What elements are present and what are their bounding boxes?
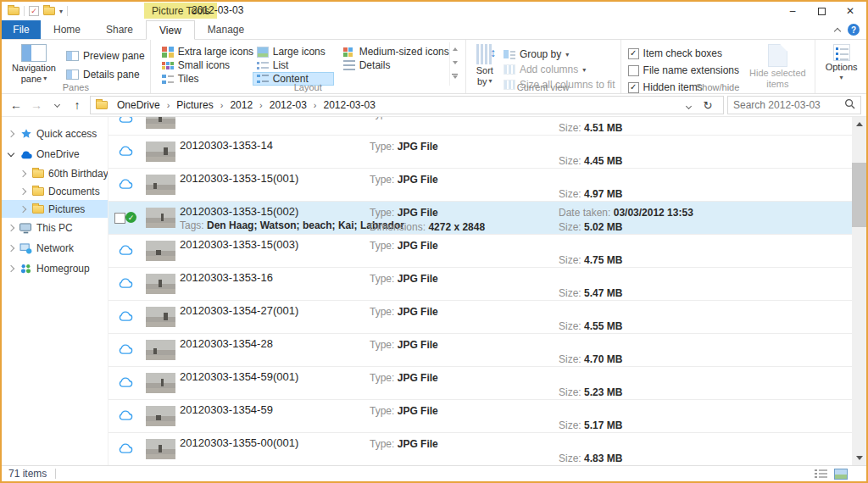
sidebar-item-60th-birthday[interactable]: 60th Birthday xyxy=(2,164,108,182)
triangle-down-icon xyxy=(453,61,458,64)
breadcrumb-item[interactable]: 2012-03-03 xyxy=(320,99,378,111)
file-size: Size: 4.51 MB xyxy=(559,121,622,136)
scroll-down-button[interactable] xyxy=(852,451,866,465)
qat-dropdown-caret-icon[interactable]: ▾ xyxy=(59,8,63,15)
thumbnail-view-toggle-icon[interactable] xyxy=(834,469,848,480)
breadcrumb-separator[interactable]: › xyxy=(217,100,227,110)
breadcrumb-item[interactable]: 2012 xyxy=(226,99,256,111)
options-button[interactable]: Options ▾ xyxy=(822,42,861,85)
file-row[interactable]: 20120303-1354-59(001)Type: JPG FileSize:… xyxy=(108,367,852,400)
chevron-down-icon[interactable] xyxy=(8,149,14,156)
layout-large-icons[interactable]: Large icons xyxy=(253,45,334,58)
layout-scroll-down-button[interactable] xyxy=(450,56,460,69)
sidebar-item-quick-access[interactable]: Quick access xyxy=(2,124,108,144)
breadcrumb-item[interactable]: OneDrive xyxy=(114,99,164,111)
file-row[interactable]: 20120303-1353-16Type: JPG FileSize: 5.47… xyxy=(108,268,852,301)
layout-gallery-scroll xyxy=(449,42,460,86)
scroll-up-button[interactable] xyxy=(852,117,866,131)
sidebar-item-pictures[interactable]: Pictures xyxy=(2,200,108,218)
breadcrumb: OneDrive›Pictures›2012›2012-03›2012-03-0… xyxy=(114,99,379,111)
file-row[interactable]: 20120303-1354-28Type: JPG FileSize: 4.70… xyxy=(108,334,852,367)
file-row[interactable]: 20120303-1354-59Type: JPG FileSize: 5.17… xyxy=(108,400,852,433)
file-dimensions: Dimensions: 4272 x 2848 xyxy=(370,220,485,235)
properties-check-icon[interactable]: ✓ xyxy=(29,6,39,16)
preview-pane-button[interactable]: Preview pane xyxy=(66,50,145,62)
search-input[interactable] xyxy=(733,99,844,111)
sidebar-item-label: Network xyxy=(36,242,74,254)
close-button[interactable]: ✕ xyxy=(836,2,865,20)
details-pane-button[interactable]: Details pane xyxy=(66,69,145,80)
layout-more-button[interactable] xyxy=(450,69,460,83)
layout-details[interactable]: Details xyxy=(339,58,448,72)
details-view-toggle-icon[interactable] xyxy=(815,469,827,479)
group-label-layout: Layout xyxy=(151,82,465,92)
chevron-right-icon[interactable] xyxy=(19,205,26,212)
search-box[interactable] xyxy=(727,96,861,114)
breadcrumb-separator[interactable]: › xyxy=(310,100,320,110)
refresh-icon[interactable]: ↻ xyxy=(699,99,716,112)
sidebar-item-this-pc[interactable]: This PC xyxy=(2,218,108,238)
chevron-right-icon[interactable] xyxy=(8,130,14,137)
item-check-boxes-checkbox[interactable]: ✓Item check boxes xyxy=(628,47,739,59)
file-thumbnail xyxy=(146,406,175,426)
scroll-thumb[interactable] xyxy=(852,163,866,227)
forward-button[interactable]: → xyxy=(27,96,46,114)
tab-file[interactable]: File xyxy=(2,20,41,39)
back-button[interactable]: ← xyxy=(7,96,25,114)
layout-small-icons[interactable]: Small icons xyxy=(158,58,248,72)
sidebar-item-label: 60th Birthday xyxy=(48,168,108,180)
file-type: Type: JPG File xyxy=(370,404,438,419)
up-button[interactable]: ↑ xyxy=(68,96,86,114)
recent-locations-dropdown[interactable] xyxy=(47,96,66,114)
group-by-button[interactable]: Group by▾ xyxy=(504,48,615,60)
file-row[interactable]: 20120303-1353-14Type: JPG FileSize: 4.45… xyxy=(108,136,852,169)
hide-selected-icon xyxy=(768,44,787,67)
sidebar-item-homegroup[interactable]: Homegroup xyxy=(2,258,108,279)
tab-manage[interactable]: Manage xyxy=(195,20,257,39)
chevron-right-icon[interactable] xyxy=(19,169,26,176)
sidebar-item-label: Quick access xyxy=(36,128,97,140)
maximize-button[interactable] xyxy=(807,2,836,20)
chevron-right-icon[interactable] xyxy=(8,225,14,231)
item-checkbox[interactable] xyxy=(114,213,125,224)
sidebar-item-onedrive[interactable]: OneDrive xyxy=(2,144,108,164)
help-icon[interactable]: ? xyxy=(848,24,860,36)
layout-extra-large-icons[interactable]: Extra large icons xyxy=(158,45,248,58)
chevron-right-icon[interactable] xyxy=(19,187,26,194)
tab-share[interactable]: Share xyxy=(93,20,146,39)
file-row[interactable]: 20120303-1354-27(001)Type: JPG FileSize:… xyxy=(108,301,852,334)
address-dropdown[interactable] xyxy=(687,99,691,111)
breadcrumb-item[interactable]: Pictures xyxy=(173,99,216,111)
file-thumbnail xyxy=(146,142,175,162)
vertical-scrollbar[interactable] xyxy=(852,117,866,465)
add-columns-button[interactable]: Add columns▾ xyxy=(504,64,615,75)
file-row[interactable]: 20120303-1355-00(001)Type: JPG FileSize:… xyxy=(108,433,852,465)
search-icon[interactable] xyxy=(844,98,855,112)
file-name-extensions-checkbox[interactable]: File name extensions xyxy=(628,64,739,76)
layout-medium-icons[interactable]: Medium-sized icons xyxy=(339,45,448,58)
collapse-ribbon-icon[interactable] xyxy=(834,27,841,34)
chevron-right-icon[interactable] xyxy=(8,245,14,252)
file-row[interactable]: ✓20120303-1353-15(002)Tags: Den Haag; Wa… xyxy=(108,202,852,235)
address-bar[interactable]: OneDrive›Pictures›2012›2012-03›2012-03-0… xyxy=(90,96,724,114)
file-name: 20120303-1353-15(003) xyxy=(180,237,298,252)
layout-list[interactable]: List xyxy=(253,58,334,72)
tab-home[interactable]: Home xyxy=(41,20,93,39)
folder-icon[interactable] xyxy=(8,7,19,15)
folder-icon[interactable] xyxy=(43,7,55,15)
breadcrumb-separator[interactable]: › xyxy=(256,100,266,110)
file-row[interactable]: 20120303-1353-13Type: JPG FileSize: 4.51… xyxy=(108,117,852,136)
file-row[interactable]: 20120303-1353-15(003)Type: JPG FileSize:… xyxy=(108,235,852,268)
chevron-right-icon[interactable] xyxy=(8,265,14,272)
address-row: ← → ↑ OneDrive›Pictures›2012›2012-03›201… xyxy=(2,94,866,117)
tab-view[interactable]: View xyxy=(146,20,195,40)
sidebar-item-network[interactable]: Network xyxy=(2,238,108,258)
breadcrumb-separator[interactable]: › xyxy=(164,100,174,110)
file-row[interactable]: 20120303-1353-15(001)Type: JPG FileSize:… xyxy=(108,169,852,202)
breadcrumb-item[interactable]: 2012-03 xyxy=(266,99,310,111)
minimize-button[interactable]: – xyxy=(778,2,807,20)
layout-scroll-up-button[interactable] xyxy=(450,42,460,56)
this-pc-icon xyxy=(19,223,33,234)
sidebar-item-documents[interactable]: Documents xyxy=(2,182,108,200)
navigation-pane-button[interactable]: Navigation pane▾ xyxy=(8,42,59,86)
